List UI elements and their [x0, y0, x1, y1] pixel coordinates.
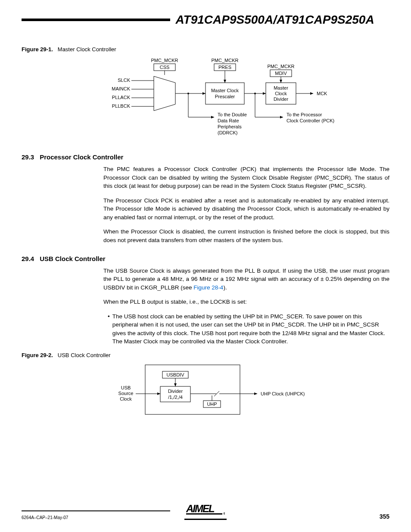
svg-text:Clock Controller (PCK): Clock Controller (PCK): [286, 118, 334, 123]
doc-header: AT91CAP9S500A/AT91CAP9S250A: [22, 13, 389, 27]
doc-title: AT91CAP9S500A/AT91CAP9S250A: [175, 13, 374, 27]
svg-text:Master Clock: Master Clock: [211, 88, 239, 93]
figure-1-caption: Figure 29-1. Master Clock Controller: [22, 46, 389, 53]
svg-rect-21: [206, 83, 244, 104]
figure-2-caption: Figure 29-2. USB Clock Controller: [22, 352, 389, 358]
svg-text:Prescaler: Prescaler: [215, 94, 235, 99]
svg-text:MCK: MCK: [317, 91, 327, 96]
svg-text:CSS: CSS: [160, 65, 170, 70]
section-293-p1: The PMC features a Processor Clock Contr…: [103, 165, 389, 190]
svg-text:AIMEL: AIMEL: [186, 503, 215, 514]
figure-1-number: Figure 29-1.: [22, 46, 53, 53]
page-number: 355: [380, 513, 389, 520]
svg-text:MDIV: MDIV: [275, 71, 287, 76]
svg-text:Divider: Divider: [168, 389, 183, 394]
svg-text:PRES: PRES: [218, 65, 231, 70]
svg-text:Master: Master: [274, 85, 288, 90]
header-rule: [22, 19, 170, 21]
page-footer: 6264A–CAP–21-May-07 AIMEL ® 355: [22, 498, 389, 520]
section-294-number: 29.4: [22, 255, 38, 262]
section-293-p3: When the Processor Clock is disabled, th…: [103, 227, 389, 244]
figure-2-title: USB Clock Controller: [58, 352, 111, 358]
svg-text:/1,/2,/4: /1,/2,/4: [168, 395, 183, 400]
section-294-heading: 29.4 USB Clock Controller: [22, 255, 389, 262]
svg-text:To the Double: To the Double: [218, 112, 247, 117]
svg-text:UHP Clock (UHPCK): UHP Clock (UHPCK): [261, 391, 305, 396]
svg-rect-43: [145, 365, 240, 414]
section-294-p2: When the PLL B output is stable, i.e., t…: [103, 298, 389, 306]
svg-text:Peripherals: Peripherals: [218, 124, 242, 129]
svg-text:PMC_MCKR: PMC_MCKR: [268, 64, 295, 69]
svg-text:Divider: Divider: [274, 96, 289, 102]
section-293-p2: The Processor Clock PCK is enabled after…: [103, 196, 389, 222]
svg-text:Clock: Clock: [120, 396, 132, 401]
section-294-bullet1: • The USB host clock can be enabled by s…: [108, 312, 389, 346]
svg-text:UHP: UHP: [207, 401, 217, 407]
svg-text:SLCK: SLCK: [118, 78, 130, 83]
figure-28-4-link[interactable]: Figure 28-4: [193, 284, 223, 291]
svg-text:PMC_MCKR: PMC_MCKR: [212, 58, 239, 63]
svg-point-33: [187, 93, 189, 94]
figure-2-diagram: USBDIV USB Source Clock Divider /1,/2,/4…: [85, 363, 326, 419]
svg-text:MAINCK: MAINCK: [112, 86, 130, 91]
section-293-title: Processor Clock Controller: [40, 153, 123, 161]
svg-text:Clock: Clock: [275, 91, 287, 96]
svg-text:Source: Source: [118, 391, 134, 396]
section-294-p1a: The USB Source Clock is always generated…: [103, 268, 389, 291]
svg-text:To the Processor: To the Processor: [286, 112, 322, 117]
bullet-text: The USB host clock can be enabled by set…: [112, 312, 389, 346]
svg-text:PMC_MCKR: PMC_MCKR: [151, 58, 178, 63]
section-294-p1b: ).: [223, 284, 227, 291]
figure-2-number: Figure 29-2.: [22, 352, 53, 358]
svg-text:USB: USB: [121, 385, 131, 390]
svg-text:PLLBCK: PLLBCK: [112, 103, 131, 109]
section-293-number: 29.3: [22, 153, 38, 161]
section-294-title: USB Clock Controller: [40, 255, 106, 262]
figure-1-title: Master Clock Controller: [58, 46, 116, 53]
section-294-p1: The USB Source Clock is always generated…: [103, 267, 389, 292]
svg-text:(DDRCK): (DDRCK): [218, 130, 237, 135]
bullet-icon: •: [108, 312, 110, 346]
svg-text:®: ®: [223, 512, 225, 515]
svg-text:Data Rate: Data Rate: [218, 118, 239, 123]
section-293-heading: 29.3 Processor Clock Controller: [22, 153, 389, 161]
footer-docnum: 6264A–CAP–21-May-07: [22, 515, 68, 520]
atmel-logo: AIMEL ®: [184, 502, 227, 520]
svg-text:PLLACK: PLLACK: [112, 95, 131, 100]
svg-text:USBDIV: USBDIV: [167, 372, 185, 377]
figure-1-diagram: PMC_MCKR CSS PMC_MCKR PRES PMC_MCKR MDIV…: [55, 57, 356, 143]
